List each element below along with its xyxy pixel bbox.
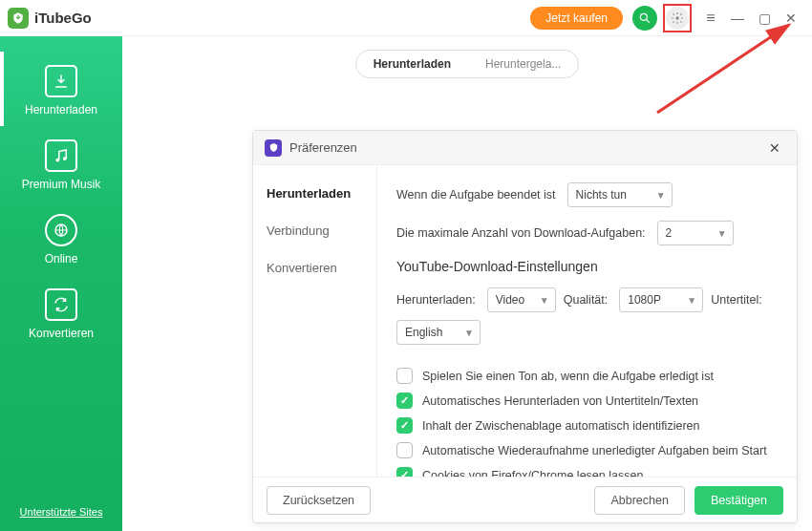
checkbox-row: Automatische Wiederaufnahme unerledigter… — [396, 442, 778, 458]
maximize-button[interactable]: ▢ — [751, 5, 778, 32]
pref-sidebar: Herunterladen Verbindung Konvertieren — [253, 165, 377, 477]
minimize-button[interactable]: — — [724, 5, 751, 32]
download-type-select[interactable]: Video▼ — [487, 287, 556, 312]
checkbox-label: Automatisches Herunterladen von Untertit… — [422, 394, 698, 408]
sidebar-item-label: Konvertieren — [0, 327, 122, 340]
buy-button[interactable]: Jetzt kaufen — [530, 7, 623, 30]
tab-download[interactable]: Herunterladen — [356, 51, 468, 77]
gear-icon — [671, 11, 684, 25]
task-done-select[interactable]: Nichts tun▼ — [567, 182, 673, 207]
quality-label: Qualität: — [564, 293, 609, 307]
youtube-section-title: YouTube-Download-Einstellungen — [396, 259, 778, 274]
sidebar-item-premium-music[interactable]: Premium Musik — [0, 126, 122, 201]
checkbox-label: Spielen Sie einen Ton ab, wenn die Aufga… — [422, 370, 714, 383]
tab-downloaded[interactable]: Heruntergela... — [468, 51, 578, 77]
search-icon — [638, 11, 652, 25]
sidebar-item-convert[interactable]: Konvertieren — [0, 275, 122, 350]
svg-point-0 — [640, 13, 647, 20]
checkbox[interactable] — [396, 393, 413, 409]
sidebar-footer: Unterstützte Sites — [0, 502, 122, 520]
cancel-button[interactable]: Abbrechen — [594, 486, 684, 515]
subtitle-select[interactable]: English▼ — [396, 320, 481, 345]
checkbox[interactable] — [396, 442, 413, 458]
sidebar-item-label: Online — [0, 252, 122, 266]
download-type-value: Video — [496, 293, 524, 307]
pref-tab-connection[interactable]: Verbindung — [253, 212, 376, 249]
checkbox-row: Inhalt der Zwischenablage automatisch id… — [396, 417, 778, 434]
sidebar-item-online[interactable]: Online — [0, 201, 122, 275]
quality-select[interactable]: 1080P▼ — [619, 287, 703, 312]
supported-sites-link[interactable]: Unterstützte Sites — [20, 506, 103, 518]
checkbox-row: Cookies von Firefox/Chrome lesen lassen — [396, 467, 778, 477]
menu-button[interactable]: ≡ — [697, 5, 724, 32]
subtitle-value: English — [405, 326, 442, 339]
sidebar-item-download[interactable]: Herunterladen — [0, 52, 122, 126]
checkbox-row: Spielen Sie einen Ton ab, wenn die Aufga… — [396, 368, 778, 384]
checkbox-label: Automatische Wiederaufnahme unerledigter… — [422, 444, 767, 457]
pref-tab-convert[interactable]: Konvertieren — [253, 249, 376, 287]
subtitle-label: Untertitel: — [711, 293, 762, 307]
preferences-modal: Präferenzen ✕ Herunterladen Verbindung K… — [252, 130, 798, 523]
pref-tab-download[interactable]: Herunterladen — [253, 175, 376, 212]
chevron-down-icon: ▼ — [717, 228, 727, 239]
checkbox-label: Cookies von Firefox/Chrome lesen lassen — [422, 469, 643, 478]
checkbox[interactable] — [396, 368, 413, 384]
main-area: Herunterladen Heruntergela... MP4 ▼ Präf… — [122, 36, 812, 531]
modal-header: Präferenzen ✕ — [253, 131, 797, 165]
main-tabs: Herunterladen Heruntergela... — [122, 36, 812, 92]
convert-icon — [45, 288, 77, 321]
quality-value: 1080P — [628, 293, 661, 307]
app-title: iTubeGo — [34, 10, 92, 26]
settings-button-highlight — [663, 4, 692, 32]
sidebar: Herunterladen Premium Musik Online Konve… — [0, 36, 122, 531]
sidebar-item-label: Premium Musik — [0, 178, 122, 191]
checkbox[interactable] — [396, 467, 413, 477]
close-button[interactable]: ✕ — [778, 5, 804, 32]
reset-button[interactable]: Zurücksetzen — [267, 486, 371, 515]
chevron-down-icon: ▼ — [687, 295, 696, 306]
checkbox-label: Inhalt der Zwischenablage automatisch id… — [422, 419, 699, 433]
svg-point-3 — [55, 159, 59, 162]
task-done-value: Nichts tun — [576, 188, 627, 202]
music-icon — [45, 139, 77, 172]
modal-close-button[interactable]: ✕ — [764, 138, 785, 159]
app-logo-icon — [8, 8, 29, 29]
modal-title: Präferenzen — [289, 140, 764, 155]
download-icon — [45, 65, 77, 97]
checkbox-row: Automatisches Herunterladen von Untertit… — [396, 393, 778, 409]
chevron-down-icon: ▼ — [656, 190, 666, 201]
svg-point-4 — [63, 157, 67, 160]
max-tasks-label: Die maximale Anzahl von Download-Aufgabe… — [396, 226, 646, 240]
confirm-button[interactable]: Bestätigen — [694, 486, 783, 515]
globe-icon — [45, 214, 77, 246]
settings-button[interactable] — [666, 7, 689, 30]
download-type-label: Herunterladen: — [396, 293, 476, 307]
svg-line-1 — [647, 19, 650, 22]
search-button[interactable] — [632, 6, 657, 31]
modal-logo-icon — [265, 139, 282, 157]
svg-point-2 — [675, 16, 679, 20]
title-bar: iTubeGo Jetzt kaufen ≡ — ▢ ✕ — [0, 0, 812, 36]
modal-footer: Zurücksetzen Abbrechen Bestätigen — [253, 477, 797, 522]
sidebar-item-label: Herunterladen — [0, 103, 122, 117]
pref-content: Wenn die Aufgabe beendet ist Nichts tun▼… — [377, 165, 797, 477]
checkbox[interactable] — [396, 417, 413, 434]
chevron-down-icon: ▼ — [464, 328, 474, 338]
max-tasks-value: 2 — [666, 226, 673, 240]
task-done-label: Wenn die Aufgabe beendet ist — [396, 188, 556, 202]
max-tasks-select[interactable]: 2▼ — [657, 221, 734, 245]
chevron-down-icon: ▼ — [540, 295, 549, 306]
